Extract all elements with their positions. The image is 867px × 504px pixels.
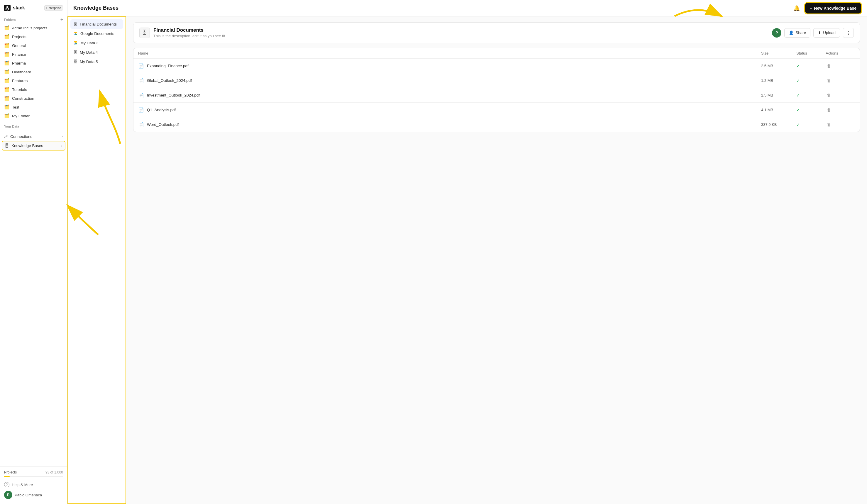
upload-button[interactable]: ⬆ Upload [813, 28, 840, 37]
file-size-cell: 2.5 MB [761, 64, 796, 68]
footer-links: ? Help & More P Pablo Omenaca [4, 481, 63, 501]
enterprise-badge: Enterprise [44, 5, 63, 11]
folder-icon: 🗂️ [4, 52, 10, 57]
gdrive-icon [73, 31, 78, 36]
content-area: 🗄 Financial Documents Google Documents [67, 17, 867, 504]
bell-icon: 🔔 [793, 5, 800, 11]
file-size-cell: 4.1 MB [761, 108, 796, 112]
stack-logo-icon [4, 5, 11, 11]
kb-item-google[interactable]: Google Documents [71, 29, 123, 38]
sidebar-item-healthcare[interactable]: 🗂️ Healthcare [2, 67, 65, 76]
user-profile-link[interactable]: P Pablo Omenaca [4, 489, 63, 501]
kb-detail-description: This is the description, edit it as you … [153, 34, 226, 38]
folder-label: Acme Inc.'s projects [12, 26, 47, 30]
db-icon: 🗄 [73, 59, 77, 64]
status-cell: ✓ [796, 93, 826, 98]
projects-progress-bar-bg [4, 476, 63, 477]
sidebar-item-general[interactable]: 🗂️ General [2, 41, 65, 50]
topbar: Knowledge Bases 🔔 + New Knowledge Base [67, 0, 867, 17]
folder-label: My Folder [12, 114, 30, 118]
upload-icon: ⬆ [818, 31, 821, 35]
file-name-text: Q1_Analysis.pdf [147, 108, 176, 112]
upload-label: Upload [823, 31, 836, 35]
actions-cell: 🗑 [826, 121, 855, 128]
folder-icon: 🗂️ [4, 113, 10, 119]
sidebar-item-acme[interactable]: 🗂️ Acme Inc.'s projects [2, 23, 65, 32]
kb-item-financial[interactable]: 🗄 Financial Documents [71, 19, 123, 29]
table-row: 📄 Word_Outlook.pdf 337.9 KB ✓ 🗑 [133, 117, 860, 132]
delete-button[interactable]: 🗑 [826, 106, 832, 114]
kb-item-label: My Data 3 [81, 41, 98, 45]
gdrive-icon [73, 41, 78, 45]
actions-cell: 🗑 [826, 92, 855, 99]
delete-button[interactable]: 🗑 [826, 121, 832, 128]
connections-icon: ⇄ [4, 134, 8, 139]
sidebar-item-projects[interactable]: 🗂️ Projects [2, 32, 65, 41]
plus-icon: + [810, 6, 812, 11]
kb-list-panel: 🗄 Financial Documents Google Documents [67, 17, 126, 504]
sidebar-item-knowledge-bases[interactable]: 🗄 Knowledge Bases › [2, 141, 65, 150]
folder-icon: 🗂️ [4, 25, 10, 31]
sidebar-item-pharma[interactable]: 🗂️ Pharma [2, 59, 65, 67]
folder-label: Tutorials [12, 87, 27, 92]
kb-item-label: Google Documents [81, 31, 114, 36]
file-name-cell: 📄 Word_Outlook.pdf [138, 122, 761, 127]
sidebar-item-my-folder[interactable]: 🗂️ My Folder [2, 111, 65, 120]
folder-icon: 🗂️ [4, 78, 10, 83]
projects-label: Projects [4, 470, 17, 474]
add-folder-icon[interactable]: + [61, 17, 63, 22]
sidebar-item-connections[interactable]: ⇄ Connections › [2, 132, 65, 141]
help-link[interactable]: ? Help & More [4, 481, 63, 489]
kb-item-mydata4[interactable]: 🗄 My Data 4 [71, 47, 123, 57]
share-button[interactable]: 👤 Share [784, 28, 810, 37]
main-content: Knowledge Bases 🔔 + New Knowledge Base 🗄… [67, 0, 867, 504]
table-row: 📄 Global_Outlook_2024.pdf 1.2 MB ✓ 🗑 [133, 73, 860, 88]
new-knowledge-base-button[interactable]: + New Knowledge Base [805, 3, 861, 13]
actions-cell: 🗑 [826, 77, 855, 84]
kb-item-label: My Data 5 [80, 60, 98, 64]
status-check-icon: ✓ [796, 78, 800, 83]
sidebar-item-construction[interactable]: 🗂️ Construction [2, 94, 65, 103]
folder-list: 🗂️ Acme Inc.'s projects 🗂️ Projects 🗂️ G… [0, 23, 67, 120]
kb-item-mydata5[interactable]: 🗄 My Data 5 [71, 57, 123, 66]
logo-area: stack [4, 5, 25, 11]
delete-button[interactable]: 🗑 [826, 62, 832, 69]
status-cell: ✓ [796, 122, 826, 127]
status-cell: ✓ [796, 107, 826, 112]
actions-cell: 🗑 [826, 62, 855, 69]
status-check-icon: ✓ [796, 93, 800, 98]
col-header-size: Size [761, 51, 796, 55]
file-name-text: Word_Outlook.pdf [147, 122, 179, 127]
more-options-button[interactable]: ⋮ [843, 28, 854, 38]
sidebar-item-features[interactable]: 🗂️ Features [2, 76, 65, 85]
topbar-right: 🔔 + New Knowledge Base [792, 3, 861, 13]
chevron-right-icon: › [61, 144, 63, 148]
col-header-actions: Actions [826, 51, 855, 55]
kb-detail-info: Financial Documents This is the descript… [153, 27, 226, 38]
folders-section-header: Folders + [0, 13, 67, 23]
folder-icon: 🗂️ [4, 61, 10, 66]
file-name-cell: 📄 Global_Outlook_2024.pdf [138, 78, 761, 83]
help-icon: ? [4, 482, 9, 487]
folder-icon: 🗂️ [4, 96, 10, 101]
file-size-cell: 337.9 KB [761, 122, 796, 127]
table-header: Name Size Status Actions [133, 48, 860, 59]
files-table: Name Size Status Actions 📄 Expanding_Fin… [133, 48, 860, 132]
sidebar-item-test[interactable]: 🗂️ Test [2, 103, 65, 111]
kb-item-mydata3[interactable]: My Data 3 [71, 38, 123, 47]
file-icon: 📄 [138, 78, 144, 83]
notification-button[interactable]: 🔔 [792, 3, 802, 13]
sidebar-item-tutorials[interactable]: 🗂️ Tutorials [2, 85, 65, 94]
file-size-cell: 1.2 MB [761, 78, 796, 83]
folder-icon: 🗂️ [4, 87, 10, 92]
kb-detail-header: 🗄 Financial Documents This is the descri… [133, 22, 860, 43]
file-name-text: Expanding_Finance.pdf [147, 64, 189, 68]
file-icon: 📄 [138, 122, 144, 127]
delete-button[interactable]: 🗑 [826, 77, 832, 84]
folder-label: General [12, 43, 26, 48]
delete-button[interactable]: 🗑 [826, 92, 832, 99]
sidebar-footer: Projects 93 of 1,000 ? Help & More P Pab… [0, 467, 67, 504]
status-check-icon: ✓ [796, 122, 800, 127]
sidebar-item-finance[interactable]: 🗂️ Finance [2, 50, 65, 59]
folder-icon: 🗂️ [4, 34, 10, 39]
